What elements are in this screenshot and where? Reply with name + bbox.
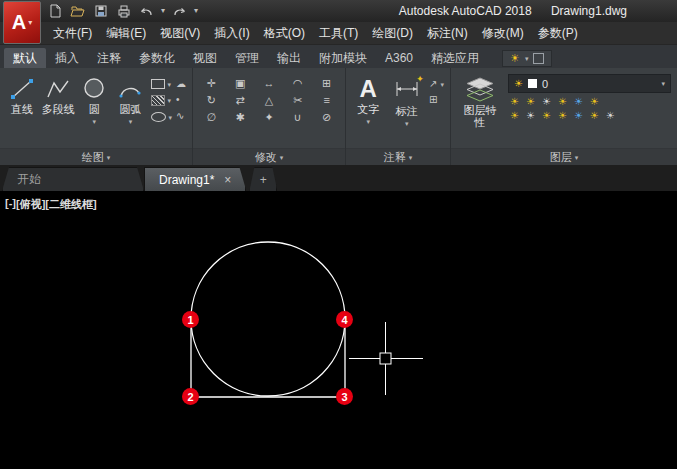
layer-on-icon: ☀ xyxy=(514,78,523,89)
tab-home[interactable]: 默认 xyxy=(4,48,46,68)
chevron-down-icon[interactable]: ▾ xyxy=(93,118,97,125)
point-tool-button[interactable]: • xyxy=(176,95,186,105)
menu-insert[interactable]: 插入(I) xyxy=(207,22,256,45)
polyline-tool-button[interactable]: 多段线 xyxy=(40,71,76,148)
layer-off-icon[interactable]: ☀ xyxy=(510,97,519,107)
text-tool-button[interactable]: A 文字 ▾ xyxy=(350,71,387,148)
hatch-tool-button[interactable]: ▾ xyxy=(151,95,173,106)
tab-view[interactable]: 视图 xyxy=(184,48,226,68)
viewport-visual-style-control[interactable]: [二维线框] xyxy=(45,197,96,212)
arc-tool-button[interactable]: 圆弧 ▾ xyxy=(112,71,148,148)
layer-prev-icon[interactable]: ☀ xyxy=(590,111,599,121)
stretch-tool-button[interactable]: ↔ xyxy=(257,78,282,89)
layer-isolate-icon[interactable]: ☀ xyxy=(526,97,535,107)
scale-tool-button[interactable]: △ xyxy=(257,95,282,106)
annotation-panel-label[interactable]: 注释 ▾ xyxy=(346,148,450,165)
erase-tool-button[interactable]: ∅ xyxy=(199,112,224,123)
tab-manage[interactable]: 管理 xyxy=(226,48,268,68)
menu-edit[interactable]: 编辑(E) xyxy=(99,22,153,45)
leader-tool-button[interactable]: ↗▾ xyxy=(429,79,444,89)
circle-tool-button[interactable]: 圆 ▾ xyxy=(76,71,112,148)
redo-button[interactable] xyxy=(171,3,188,20)
draw-panel-label[interactable]: 绘图 ▾ xyxy=(0,148,192,165)
layers-panel-label[interactable]: 图层 ▾ xyxy=(451,148,677,165)
new-drawing-tab-button[interactable]: + xyxy=(249,167,277,191)
layer-merge-icon[interactable]: ☀ xyxy=(558,111,567,121)
menu-view[interactable]: 视图(V) xyxy=(153,22,207,45)
menu-parametric[interactable]: 参数(P) xyxy=(531,22,585,45)
fillet-tool-button[interactable]: ◠ xyxy=(285,78,310,89)
menu-modify[interactable]: 修改(M) xyxy=(475,22,531,45)
menu-format[interactable]: 格式(O) xyxy=(257,22,312,45)
menu-file[interactable]: 文件(F) xyxy=(46,22,99,45)
tab-parametric[interactable]: 参数化 xyxy=(130,48,184,68)
window-icon[interactable] xyxy=(533,53,544,64)
layer-dropdown[interactable]: ☀ 0 ▾ xyxy=(508,74,671,93)
array-tool-button[interactable]: ⊞ xyxy=(314,78,339,89)
layer-unisolate-icon[interactable]: ☀ xyxy=(590,97,599,107)
menu-tools[interactable]: 工具(T) xyxy=(312,22,365,45)
application-menu-button[interactable]: A ▾ xyxy=(3,1,41,44)
panel-draw: 直线 多段线 圆 ▾ 圆弧 ▾ ▾ ▾ xyxy=(0,68,193,165)
layer-state-icon[interactable]: ☀ xyxy=(606,111,615,121)
rectangle-tool-button[interactable]: ▾ xyxy=(151,79,173,89)
copy-tool-button[interactable]: ▣ xyxy=(228,78,253,89)
layer-walk-icon[interactable]: ☀ xyxy=(542,111,551,121)
chevron-down-icon: ▾ xyxy=(575,154,579,161)
ellipse-tool-button[interactable]: ▾ xyxy=(151,112,173,122)
chevron-down-icon: ▾ xyxy=(440,81,444,88)
chevron-down-icon[interactable]: ▾ xyxy=(405,120,409,127)
quick-access-toolbar: ▾ ▾ xyxy=(46,3,198,20)
layer-properties-button[interactable]: 图层特性 xyxy=(457,72,503,148)
tab-start[interactable]: 开始 xyxy=(2,167,144,191)
tab-featured-apps[interactable]: 精选应用 xyxy=(422,48,488,68)
offset-tool-button[interactable]: ≡ xyxy=(314,95,339,106)
polyline-label: 多段线 xyxy=(42,104,75,116)
qat-dropdown-icon[interactable]: ▾ xyxy=(194,7,198,15)
layer-delete-icon[interactable]: ☀ xyxy=(574,111,583,121)
rotate-tool-button[interactable]: ↻ xyxy=(199,95,224,106)
revision-cloud-button[interactable]: ☁ xyxy=(176,79,186,89)
tab-a360[interactable]: A360 xyxy=(376,48,422,68)
measure-tool-button[interactable]: ✦ xyxy=(257,112,282,123)
layer-freeze-icon[interactable]: ☀ xyxy=(542,97,551,107)
drawing-area[interactable]: [-] [俯视] [二维线框] 1 2 3 4 xyxy=(0,191,677,469)
tab-addins[interactable]: 附加模块 xyxy=(310,48,376,68)
join-tool-button[interactable]: ∪ xyxy=(285,112,310,123)
new-file-button[interactable] xyxy=(46,3,63,20)
table-tool-button[interactable]: ⊞ xyxy=(429,95,444,105)
spline-tool-button[interactable]: ∿ xyxy=(176,111,186,121)
move-tool-button[interactable]: ✛ xyxy=(199,78,224,89)
layer-color-swatch xyxy=(528,79,537,88)
trim-tool-button[interactable]: ✂ xyxy=(285,95,310,106)
open-button[interactable] xyxy=(69,3,86,20)
chevron-down-icon[interactable]: ▾ xyxy=(129,118,133,125)
menu-dimension[interactable]: 标注(N) xyxy=(420,22,475,45)
tab-insert[interactable]: 插入 xyxy=(46,48,88,68)
dimension-tool-button[interactable]: ✦ 标注 ▾ xyxy=(389,71,426,148)
chevron-down-icon[interactable]: ▾ xyxy=(367,118,371,125)
modify-panel-label[interactable]: 修改 ▾ xyxy=(193,148,345,165)
save-button[interactable] xyxy=(92,3,109,20)
viewport-menu-control[interactable]: [-] xyxy=(5,197,16,212)
undo-button[interactable] xyxy=(138,3,155,20)
layer-match-icon[interactable]: ☀ xyxy=(574,97,583,107)
explode-tool-button[interactable]: ✱ xyxy=(228,112,253,123)
tab-output[interactable]: 输出 xyxy=(268,48,310,68)
layer-current-icon[interactable]: ☀ xyxy=(526,111,535,121)
layer-thaw-icon[interactable]: ☀ xyxy=(510,111,519,121)
tab-drawing1[interactable]: Drawing1* × xyxy=(144,167,246,191)
line-tool-button[interactable]: 直线 xyxy=(4,71,40,148)
layer-lock-icon[interactable]: ☀ xyxy=(558,97,567,107)
close-icon[interactable]: × xyxy=(224,173,231,187)
mirror-tool-button[interactable]: ⇄ xyxy=(228,95,253,106)
plot-button[interactable] xyxy=(115,3,132,20)
chevron-down-icon[interactable]: ▾ xyxy=(525,55,529,62)
divide-tool-button[interactable]: ⊘ xyxy=(314,112,339,123)
menu-draw[interactable]: 绘图(D) xyxy=(365,22,420,45)
viewport-view-control[interactable]: [俯视] xyxy=(16,197,45,212)
cloud-icon: ☁ xyxy=(176,79,186,89)
tab-annotate[interactable]: 注释 xyxy=(88,48,130,68)
lightbulb-icon[interactable]: ☀ xyxy=(510,53,520,64)
undo-dropdown-icon[interactable]: ▾ xyxy=(161,7,165,15)
